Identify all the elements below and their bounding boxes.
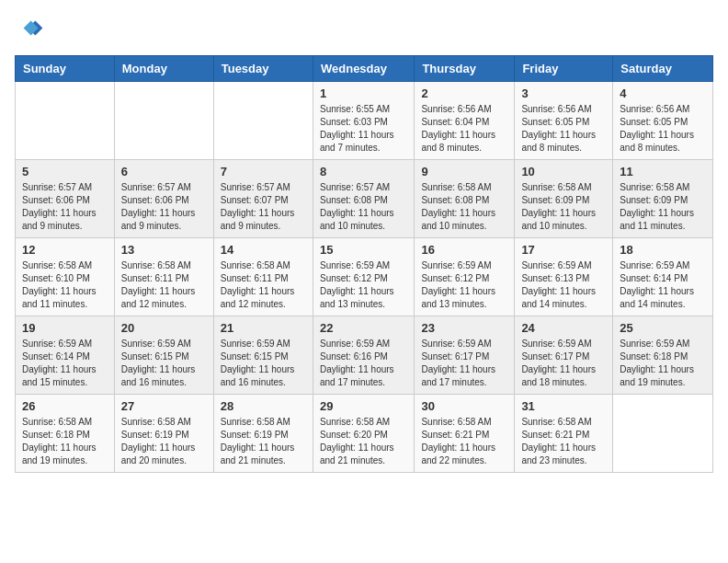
calendar-cell: 16Sunrise: 6:59 AM Sunset: 6:12 PM Dayli… [415,238,515,316]
day-number: 21 [221,321,306,335]
calendar-cell: 3Sunrise: 6:56 AM Sunset: 6:05 PM Daylig… [515,82,613,160]
day-info: Sunrise: 6:58 AM Sunset: 6:11 PM Dayligh… [121,259,207,311]
day-info: Sunrise: 6:59 AM Sunset: 6:13 PM Dayligh… [521,259,606,311]
day-number: 17 [521,243,606,257]
calendar-cell: 4Sunrise: 6:56 AM Sunset: 6:05 PM Daylig… [613,82,713,160]
calendar-week-row: 1Sunrise: 6:55 AM Sunset: 6:03 PM Daylig… [16,82,713,160]
day-number: 7 [221,165,306,178]
day-number: 26 [22,399,108,413]
page-header [15,15,713,44]
day-info: Sunrise: 6:55 AM Sunset: 6:03 PM Dayligh… [320,103,407,155]
calendar-week-row: 5Sunrise: 6:57 AM Sunset: 6:06 PM Daylig… [16,160,713,238]
calendar-cell: 2Sunrise: 6:56 AM Sunset: 6:04 PM Daylig… [415,82,515,160]
day-number: 10 [521,165,606,178]
day-number: 20 [121,321,207,335]
day-info: Sunrise: 6:59 AM Sunset: 6:14 PM Dayligh… [620,259,706,311]
calendar-cell: 20Sunrise: 6:59 AM Sunset: 6:15 PM Dayli… [114,316,213,395]
day-info: Sunrise: 6:59 AM Sunset: 6:15 PM Dayligh… [121,338,207,389]
day-info: Sunrise: 6:58 AM Sunset: 6:20 PM Dayligh… [320,416,407,467]
day-number: 4 [620,86,706,100]
calendar-cell: 11Sunrise: 6:58 AM Sunset: 6:09 PM Dayli… [613,160,713,238]
calendar-cell: 29Sunrise: 6:58 AM Sunset: 6:20 PM Dayli… [313,395,414,473]
day-number: 12 [22,243,108,257]
day-info: Sunrise: 6:58 AM Sunset: 6:21 PM Dayligh… [421,416,507,467]
day-info: Sunrise: 6:58 AM Sunset: 6:11 PM Dayligh… [221,259,306,311]
day-number: 22 [320,321,407,335]
day-header-thursday: Thursday [415,56,515,82]
calendar-header-row: SundayMondayTuesdayWednesdayThursdayFrid… [16,56,713,82]
day-info: Sunrise: 6:58 AM Sunset: 6:19 PM Dayligh… [221,416,306,467]
calendar-cell: 6Sunrise: 6:57 AM Sunset: 6:06 PM Daylig… [114,160,213,238]
calendar-cell: 23Sunrise: 6:59 AM Sunset: 6:17 PM Dayli… [415,316,515,395]
day-info: Sunrise: 6:59 AM Sunset: 6:12 PM Dayligh… [320,259,407,311]
calendar-cell: 10Sunrise: 6:58 AM Sunset: 6:09 PM Dayli… [515,160,613,238]
logo-icon [15,15,44,44]
day-number: 18 [620,243,706,257]
day-number: 6 [121,165,207,178]
day-header-monday: Monday [114,56,213,82]
calendar-cell: 19Sunrise: 6:59 AM Sunset: 6:14 PM Dayli… [16,316,115,395]
calendar-cell: 26Sunrise: 6:58 AM Sunset: 6:18 PM Dayli… [16,395,115,473]
day-number: 28 [221,399,306,413]
calendar-cell: 22Sunrise: 6:59 AM Sunset: 6:16 PM Dayli… [313,316,414,395]
day-number: 31 [521,399,606,413]
calendar-cell [213,82,313,160]
day-number: 5 [22,165,108,178]
calendar-cell: 27Sunrise: 6:58 AM Sunset: 6:19 PM Dayli… [114,395,213,473]
calendar-cell: 17Sunrise: 6:59 AM Sunset: 6:13 PM Dayli… [515,238,613,316]
day-info: Sunrise: 6:59 AM Sunset: 6:12 PM Dayligh… [421,259,507,311]
calendar-cell: 8Sunrise: 6:57 AM Sunset: 6:08 PM Daylig… [313,160,414,238]
calendar-cell [613,395,713,473]
day-info: Sunrise: 6:57 AM Sunset: 6:06 PM Dayligh… [22,181,108,233]
day-number: 25 [620,321,706,335]
day-info: Sunrise: 6:59 AM Sunset: 6:18 PM Dayligh… [620,338,706,389]
calendar-cell: 1Sunrise: 6:55 AM Sunset: 6:03 PM Daylig… [313,82,414,160]
day-number: 24 [521,321,606,335]
day-info: Sunrise: 6:59 AM Sunset: 6:15 PM Dayligh… [221,338,306,389]
calendar-cell: 24Sunrise: 6:59 AM Sunset: 6:17 PM Dayli… [515,316,613,395]
day-number: 14 [221,243,306,257]
calendar-cell: 25Sunrise: 6:59 AM Sunset: 6:18 PM Dayli… [613,316,713,395]
day-number: 30 [421,399,507,413]
day-info: Sunrise: 6:59 AM Sunset: 6:14 PM Dayligh… [22,338,108,389]
calendar-cell: 15Sunrise: 6:59 AM Sunset: 6:12 PM Dayli… [313,238,414,316]
day-number: 9 [421,165,507,178]
calendar-cell: 31Sunrise: 6:58 AM Sunset: 6:21 PM Dayli… [515,395,613,473]
day-info: Sunrise: 6:56 AM Sunset: 6:05 PM Dayligh… [521,103,606,155]
day-number: 16 [421,243,507,257]
day-info: Sunrise: 6:57 AM Sunset: 6:08 PM Dayligh… [320,181,407,233]
calendar-cell: 7Sunrise: 6:57 AM Sunset: 6:07 PM Daylig… [213,160,313,238]
day-number: 15 [320,243,407,257]
calendar-week-row: 19Sunrise: 6:59 AM Sunset: 6:14 PM Dayli… [16,316,713,395]
day-number: 23 [421,321,507,335]
calendar-cell: 28Sunrise: 6:58 AM Sunset: 6:19 PM Dayli… [213,395,313,473]
calendar-cell: 18Sunrise: 6:59 AM Sunset: 6:14 PM Dayli… [613,238,713,316]
calendar-week-row: 12Sunrise: 6:58 AM Sunset: 6:10 PM Dayli… [16,238,713,316]
logo [15,15,48,44]
day-header-saturday: Saturday [613,56,713,82]
day-info: Sunrise: 6:58 AM Sunset: 6:18 PM Dayligh… [22,416,108,467]
day-header-sunday: Sunday [16,56,115,82]
calendar-cell: 30Sunrise: 6:58 AM Sunset: 6:21 PM Dayli… [415,395,515,473]
day-number: 1 [320,86,407,100]
day-header-friday: Friday [515,56,613,82]
calendar-cell: 21Sunrise: 6:59 AM Sunset: 6:15 PM Dayli… [213,316,313,395]
calendar-cell: 13Sunrise: 6:58 AM Sunset: 6:11 PM Dayli… [114,238,213,316]
day-info: Sunrise: 6:58 AM Sunset: 6:09 PM Dayligh… [521,181,606,233]
day-number: 2 [421,86,507,100]
calendar-cell [16,82,115,160]
calendar-cell [114,82,213,160]
day-number: 13 [121,243,207,257]
day-info: Sunrise: 6:58 AM Sunset: 6:08 PM Dayligh… [421,181,507,233]
day-info: Sunrise: 6:58 AM Sunset: 6:21 PM Dayligh… [521,416,606,467]
calendar-cell: 12Sunrise: 6:58 AM Sunset: 6:10 PM Dayli… [16,238,115,316]
calendar-cell: 14Sunrise: 6:58 AM Sunset: 6:11 PM Dayli… [213,238,313,316]
calendar-table: SundayMondayTuesdayWednesdayThursdayFrid… [15,55,713,473]
day-info: Sunrise: 6:57 AM Sunset: 6:06 PM Dayligh… [121,181,207,233]
calendar-cell: 5Sunrise: 6:57 AM Sunset: 6:06 PM Daylig… [16,160,115,238]
day-number: 3 [521,86,606,100]
day-info: Sunrise: 6:59 AM Sunset: 6:17 PM Dayligh… [421,338,507,389]
day-number: 11 [620,165,706,178]
day-header-wednesday: Wednesday [313,56,414,82]
day-info: Sunrise: 6:56 AM Sunset: 6:04 PM Dayligh… [421,103,507,155]
